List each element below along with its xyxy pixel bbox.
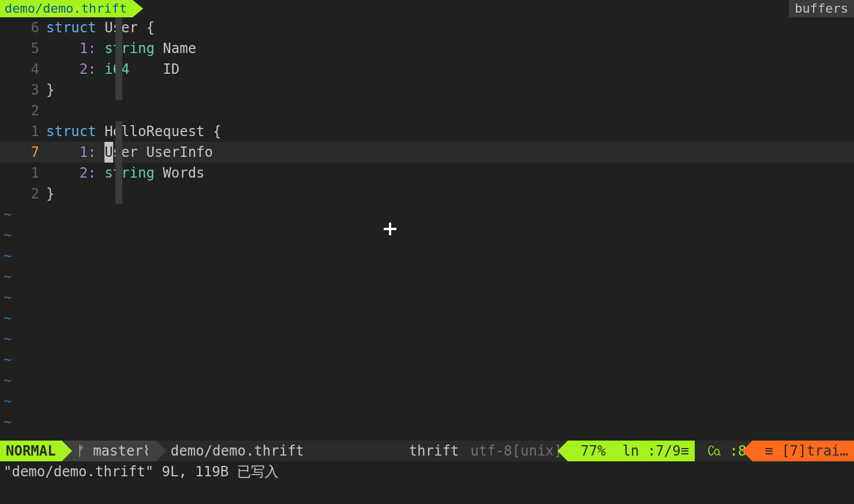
tab-spacer xyxy=(133,0,789,17)
tab-title: demo/demo.thrift xyxy=(5,1,127,16)
editor-area[interactable]: 6 struct User { 5 1: string Name 4 2: i6… xyxy=(0,17,854,441)
status-filename: demo/demo.thrift xyxy=(156,441,310,461)
gutter-number: 4 xyxy=(0,59,46,80)
fold-column-2 xyxy=(115,121,122,204)
status-line-value: 7/9 xyxy=(656,443,680,459)
tab-strip: demo/demo.thrift buffers xyxy=(0,0,854,17)
gutter-number: 6 xyxy=(0,17,46,38)
git-branch-name: master xyxy=(93,443,143,459)
status-percent: 77% xyxy=(580,443,605,459)
code-line[interactable]: 5 1: string Name xyxy=(0,38,854,59)
code-text: 2: string Words xyxy=(46,163,854,183)
end-of-buffer-tildes: ~~~~~ ~~~~~~ xyxy=(0,204,854,432)
status-line: NORMAL ᚠ master⌇ demo/demo.thrift thrift… xyxy=(0,441,854,461)
gutter-number: 1 xyxy=(0,163,46,183)
code-text: } xyxy=(46,80,854,100)
status-encoding: utf-8[unix] xyxy=(465,441,568,461)
gutter-number: 3 xyxy=(0,80,46,100)
gutter-number: 2 xyxy=(0,183,46,204)
status-position: 77% ln :7/9≡ xyxy=(568,441,695,461)
code-text: struct User { xyxy=(46,17,854,38)
gutter-number: 2 xyxy=(0,100,46,121)
code-line[interactable]: 3 } xyxy=(0,80,854,100)
gutter-number: 5 xyxy=(0,38,46,59)
code-text: 1: string Name xyxy=(46,38,854,59)
code-line-current[interactable]: 7 1: User UserInfo xyxy=(0,142,854,163)
code-text: 2: i64 ID xyxy=(46,59,854,80)
code-text: } xyxy=(46,183,854,204)
code-line[interactable]: 2 xyxy=(0,100,854,121)
git-dirty-icon: ⌇ xyxy=(143,443,150,459)
code-text: struct HelloRequest { xyxy=(46,121,854,142)
trailing-text: [7]trai… xyxy=(781,443,848,459)
code-line[interactable]: 1 2: string Words xyxy=(0,163,854,183)
command-line[interactable]: "demo/demo.thrift" 9L, 119B 已写入 xyxy=(0,461,854,482)
buffers-label[interactable]: buffers xyxy=(789,0,854,17)
gutter-number-current: 7 xyxy=(0,142,46,163)
status-line-label: ln : xyxy=(623,443,656,459)
code-text: 1: User UserInfo xyxy=(46,142,854,163)
column-icon: ㏇ xyxy=(707,443,721,459)
line-icon: ≡ xyxy=(681,443,689,459)
text-cursor: U xyxy=(104,142,113,163)
code-line[interactable]: 2 } xyxy=(0,183,854,204)
git-branch-icon: ᚠ xyxy=(77,443,85,459)
trailing-icon: ≡ xyxy=(765,443,773,459)
status-filetype: thrift xyxy=(403,441,465,461)
status-spacer xyxy=(310,441,403,461)
fold-column-1 xyxy=(115,17,122,100)
mode-indicator: NORMAL xyxy=(0,441,62,461)
gutter-number: 1 xyxy=(0,121,46,142)
code-line[interactable]: 6 struct User { xyxy=(0,17,854,38)
tab-current-file[interactable]: demo/demo.thrift xyxy=(0,0,133,17)
code-line[interactable]: 4 2: i64 ID xyxy=(0,59,854,80)
code-line[interactable]: 1 struct HelloRequest { xyxy=(0,121,854,142)
status-trailing-whitespace: ≡ [7]trai… xyxy=(752,441,855,461)
git-branch-segment: ᚠ master⌇ xyxy=(62,441,156,461)
